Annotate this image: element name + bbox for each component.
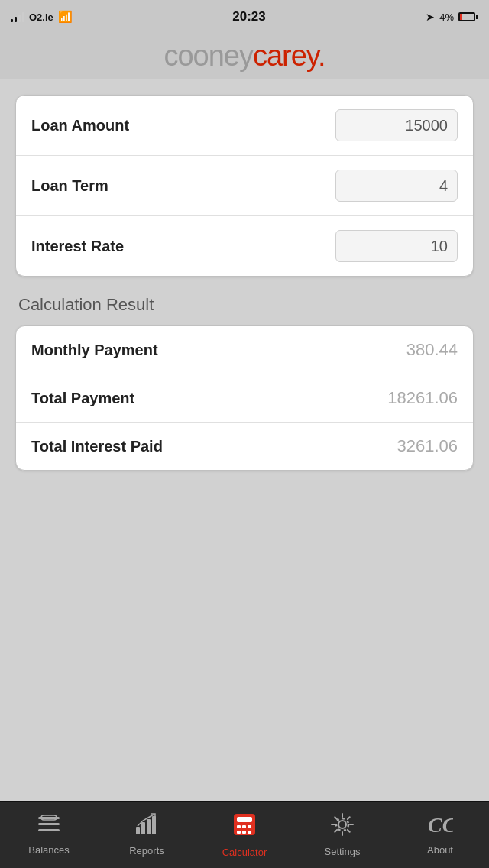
tab-balances[interactable]: Balances [0,802,98,868]
signal-icon [11,11,24,22]
tab-settings-label: Settings [325,846,361,857]
balances-icon [37,814,61,840]
svg-rect-1 [38,823,60,825]
battery-pct-label: 4% [439,11,454,23]
svg-point-15 [338,821,346,828]
svg-rect-2 [38,829,60,831]
svg-rect-3 [136,827,140,834]
monthly-payment-row: Monthly Payment 380.44 [16,326,473,374]
calculator-icon [232,811,257,843]
loan-term-label: Loan Term [31,177,108,195]
svg-rect-4 [141,822,145,834]
interest-rate-input[interactable] [335,230,458,262]
total-interest-label: Total Interest Paid [31,438,163,455]
logo-gray: cooney [164,40,253,72]
tab-reports[interactable]: Reports [98,802,196,868]
tab-settings[interactable]: Settings [293,802,391,868]
status-left: O2.ie 📶 [11,10,73,24]
loan-amount-label: Loan Amount [31,117,129,134]
svg-text:CC.: CC. [428,814,453,835]
loan-amount-row: Loan Amount [16,96,473,156]
tab-bar: Balances Reports [0,801,489,868]
about-icon: CC. [427,814,453,840]
tab-balances-label: Balances [28,844,69,856]
svg-rect-8 [237,817,252,822]
total-payment-row: Total Payment 18261.06 [16,374,473,423]
total-interest-row: Total Interest Paid 3261.06 [16,423,473,470]
logo-red: carey. [253,40,325,72]
reports-icon [134,813,159,841]
svg-rect-11 [248,825,251,828]
carrier-label: O2.ie [29,11,53,23]
input-card: Loan Amount Loan Term Interest Rate [15,95,474,277]
tab-about[interactable]: CC. About [391,802,489,868]
svg-rect-12 [237,831,241,834]
results-card: Monthly Payment 380.44 Total Payment 182… [15,326,474,471]
svg-rect-9 [237,825,241,828]
svg-rect-13 [242,831,246,834]
tab-calculator[interactable]: Calculator [196,802,293,868]
tab-reports-label: Reports [129,845,164,857]
interest-rate-label: Interest Rate [31,238,124,255]
svg-rect-6 [152,816,156,834]
wifi-icon: 📶 [58,10,73,24]
status-bar: O2.ie 📶 20:23 ➤ 4% [0,0,489,34]
monthly-payment-value: 380.44 [406,340,458,360]
loan-term-input[interactable] [335,170,458,202]
time-label: 20:23 [232,9,265,24]
settings-icon [330,812,355,842]
svg-rect-10 [242,825,246,828]
tab-calculator-label: Calculator [222,847,267,858]
logo: cooneycarey. [164,40,325,73]
battery-icon [458,12,478,21]
status-right: ➤ 4% [426,11,478,23]
results-section-title: Calculation Result [15,295,474,315]
tab-about-label: About [427,844,453,856]
location-icon: ➤ [426,11,435,23]
monthly-payment-label: Monthly Payment [31,342,158,359]
total-payment-value: 18261.06 [387,388,458,408]
total-payment-label: Total Payment [31,390,134,407]
app-header: cooneycarey. [0,34,489,79]
total-interest-value: 3261.06 [397,436,458,456]
loan-amount-input[interactable] [335,109,458,141]
loan-term-row: Loan Term [16,156,473,216]
svg-rect-5 [147,819,151,834]
svg-rect-14 [248,831,251,834]
main-content: Loan Amount Loan Term Interest Rate Calc… [0,79,489,471]
interest-rate-row: Interest Rate [16,216,473,276]
